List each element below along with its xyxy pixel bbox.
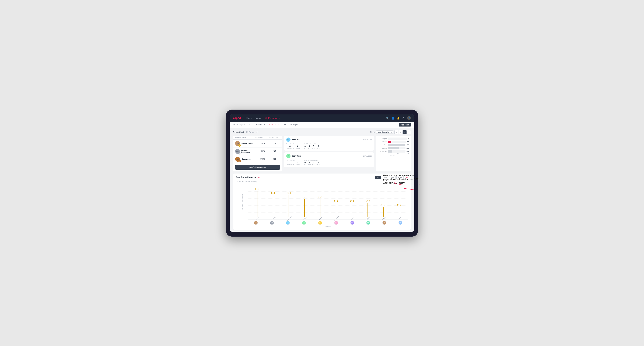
- birdies-track: [388, 141, 406, 143]
- pa-avatar-ford: DF: [350, 221, 354, 225]
- practice-values: 0 OTT 0 APP 0: [304, 145, 320, 149]
- label-miller: M. Miller: [366, 216, 370, 220]
- nav-my-performance[interactable]: My Performance: [265, 116, 280, 120]
- bell-icon[interactable]: 🔔: [397, 117, 400, 120]
- pb-score-2: 18/20: [256, 150, 270, 152]
- bogeys-label: Bogeys: [378, 147, 387, 149]
- arg-col-2: 0 ARG: [312, 162, 315, 166]
- pb-score-3: 17/20: [256, 158, 270, 160]
- activity-card-1: RB Rees Britt 02 Sep 2023 Total Rounds: [284, 136, 374, 151]
- streak-bar-miller: 4x M. Miller: [360, 186, 375, 219]
- practice-values-2: 0 OTT 0 APP 0: [304, 162, 320, 166]
- bar-crossman: [336, 203, 336, 217]
- pars-label: Pars: [378, 144, 387, 146]
- rees-britt-avatar: RB: [286, 138, 290, 142]
- edit-icon[interactable]: ✏: [256, 131, 258, 133]
- search-icon[interactable]: 🔍: [386, 117, 389, 120]
- table-row: EC 2 Edward Crossman 18/20 107: [233, 148, 282, 155]
- nav-home[interactable]: Home: [246, 116, 252, 120]
- leaderboard-panel: PLAYER NAME PB SCORE PB AVG SQ RB 1: [233, 136, 282, 172]
- three-column-layout: PLAYER NAME PB SCORE PB AVG SQ RB 1: [233, 136, 411, 172]
- ott-value-2: 0: [304, 162, 306, 164]
- eagles-label: Eagles: [378, 138, 387, 140]
- rank-badge-1: 1: [238, 144, 241, 147]
- bar-miller: [368, 203, 368, 217]
- bubble-britt: 5x: [318, 196, 322, 198]
- grid-view-icon[interactable]: ⊞: [394, 130, 398, 134]
- ott-label: OTT: [304, 148, 306, 149]
- streak-bar-britt: 5x R. Britt: [313, 186, 328, 219]
- label-quick: C. Quick: [398, 216, 402, 220]
- practice-activities-label: Total Practice Activities: [304, 143, 320, 145]
- pa-item-9: RB: [376, 221, 392, 225]
- date-filter[interactable]: Last 3 months: [376, 130, 393, 134]
- nav-teams[interactable]: Teams: [255, 116, 261, 120]
- tournament-value-1: 8: [290, 145, 291, 148]
- dbogeys-label: D. Bogeys +: [378, 151, 387, 152]
- col-pb-score: PB SCORE: [256, 137, 270, 138]
- tab-pga[interactable]: PGA: [249, 122, 253, 127]
- arg-label-2: ARG: [312, 164, 315, 166]
- avatar-3: CA 3: [235, 157, 240, 162]
- tab-all-players[interactable]: All Players: [290, 122, 299, 127]
- tab-ott[interactable]: OTT: [375, 176, 381, 179]
- practice-activities-label-2: Total Practice Activities: [304, 160, 320, 161]
- bar-ebert: [257, 191, 258, 217]
- rees-britt-name[interactable]: Rees Britt: [292, 139, 300, 141]
- tab-team-clippd[interactable]: Team Clippd: [268, 122, 279, 127]
- view-leaderboard-button[interactable]: View Full Leaderboard: [235, 165, 280, 170]
- bubble-coles: 5x: [302, 196, 306, 198]
- chart-panel: Eagles 3 Birdies: [376, 136, 411, 172]
- table-row: RB 1 Richard Butler 19/20 110: [233, 140, 282, 148]
- pa-avatar-butler: RB: [382, 221, 386, 225]
- list-view-icon[interactable]: ≡: [403, 130, 407, 134]
- bar-coles: [304, 199, 305, 217]
- avatar[interactable]: 👤: [407, 116, 411, 120]
- bubble-butler: 3x: [382, 204, 385, 206]
- dbogeys-bar: [388, 150, 392, 153]
- app-label-2: APP: [308, 164, 310, 166]
- total-rounds-group-2: Total Rounds 7 Tournament 2 Pr: [286, 160, 300, 166]
- team-name: Team Clippd: [233, 131, 244, 133]
- user-icon[interactable]: 👤: [392, 117, 394, 120]
- grid-3-view-icon[interactable]: ⊟: [399, 130, 402, 134]
- josh-coles-name[interactable]: Josh Coles: [292, 155, 301, 157]
- bubble-billingham: 6x: [287, 192, 291, 194]
- practice-value-2: 2: [297, 162, 298, 164]
- dbogeys-track: [388, 150, 406, 153]
- tab-pgat-players[interactable]: PGAT Players: [233, 122, 245, 127]
- dbogeys-value: 131: [406, 151, 409, 152]
- bubble-miller: 4x: [366, 200, 370, 202]
- rounds-values-2: 7 Tournament 2 Practice: [286, 162, 300, 166]
- tab-tour[interactable]: Tour: [282, 122, 286, 127]
- filter-icon[interactable]: ▾: [407, 130, 411, 134]
- practice-activities-group: Total Practice Activities 0 OTT 0: [304, 143, 320, 149]
- josh-coles-date: 26 Aug 2023: [363, 155, 372, 157]
- pa-item-2: BM: [264, 221, 280, 225]
- streak-bar-ford: 4x D. Ford: [344, 186, 360, 219]
- bar-row-pars: Pars 499: [378, 144, 409, 146]
- col-pb-avg: PB AVG SQ: [270, 137, 280, 138]
- bogeys-track: [388, 147, 406, 149]
- pa-avatar-crossman: EC: [334, 221, 338, 225]
- add-team-button[interactable]: Add Team: [399, 123, 411, 127]
- total-rounds-label: Total Rounds: [286, 143, 300, 145]
- activity-header-1: RB Rees Britt 02 Sep 2023: [286, 138, 372, 142]
- streaks-title-area: Best Round Streaks ←: [236, 176, 260, 179]
- app-col: 0 APP: [308, 145, 310, 149]
- activity-player-1: RB Rees Britt: [286, 138, 300, 142]
- player-name-2[interactable]: Edward Crossman: [241, 149, 256, 153]
- pa-item-1: EE: [248, 221, 264, 225]
- player-name-1[interactable]: Richard Butler: [242, 142, 254, 144]
- player-name-3[interactable]: Cameron...: [242, 158, 250, 160]
- pb-avg-3: 103: [270, 158, 280, 160]
- pb-avg-1: 110: [270, 142, 280, 144]
- arg-col: 0 ARG: [312, 145, 315, 149]
- team-header: Team Clippd | 14 Players ✏ Show Last 3 m…: [233, 130, 411, 134]
- bar-row-birdies: Birdies 96: [378, 141, 409, 143]
- tab-hcaps[interactable]: Hcaps 1-5: [256, 122, 265, 127]
- chart-x-label: Total Shots: [378, 155, 409, 157]
- chart-x-axis: 0 200 400: [378, 153, 409, 155]
- settings-icon[interactable]: ⚙: [402, 117, 404, 120]
- streaks-chart-container: Best Streak, Fairway Accuracy: [236, 184, 408, 219]
